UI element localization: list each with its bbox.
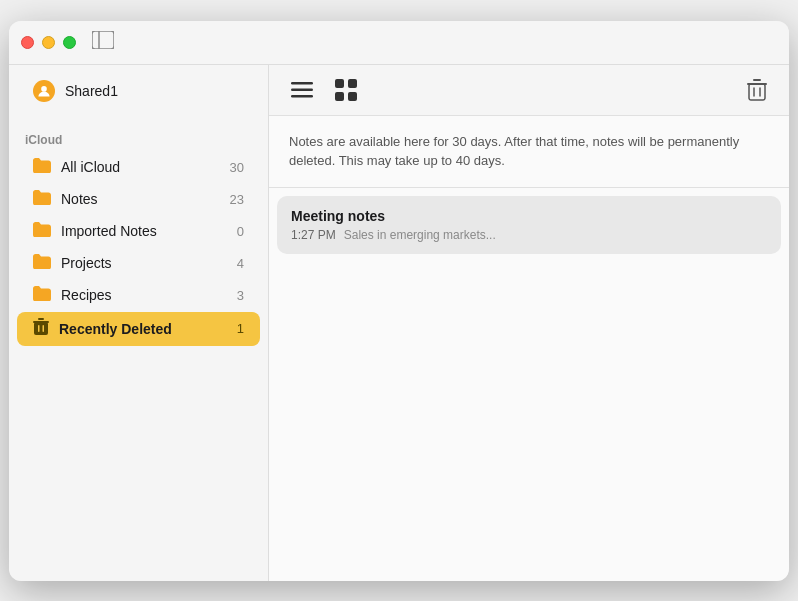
svg-rect-3 — [34, 322, 48, 335]
shared-icon — [33, 80, 55, 102]
folder-icon — [33, 190, 51, 209]
svg-rect-11 — [335, 79, 344, 88]
list-view-button[interactable] — [285, 75, 319, 105]
grid-view-button[interactable] — [329, 73, 363, 107]
sidebar-item-imported-notes[interactable]: Imported Notes 0 — [17, 216, 260, 247]
svg-rect-0 — [92, 31, 114, 49]
recently-deleted-label: Recently Deleted — [59, 321, 233, 337]
notes-count: 23 — [230, 192, 244, 207]
all-icloud-label: All iCloud — [61, 159, 226, 175]
sidebar-item-shared[interactable]: Shared 1 — [17, 74, 260, 108]
maximize-button[interactable] — [63, 36, 76, 49]
sidebar: Shared 1 iCloud All iCloud 30 — [9, 65, 269, 581]
shared-count: 1 — [110, 83, 118, 99]
svg-rect-4 — [33, 321, 49, 323]
note-preview: Sales in emerging markets... — [344, 228, 496, 242]
note-time: 1:27 PM — [291, 228, 336, 242]
svg-rect-10 — [291, 95, 313, 98]
svg-rect-13 — [335, 92, 344, 101]
trash-icon — [33, 318, 49, 340]
imported-notes-label: Imported Notes — [61, 223, 233, 239]
recipes-label: Recipes — [61, 287, 233, 303]
imported-notes-count: 0 — [237, 224, 244, 239]
traffic-lights — [21, 36, 76, 49]
svg-rect-15 — [749, 84, 765, 100]
sidebar-toggle-button[interactable] — [92, 31, 114, 54]
recently-deleted-count: 1 — [237, 321, 244, 336]
notes-list: Meeting notes 1:27 PM Sales in emerging … — [269, 188, 789, 581]
toolbar-left — [285, 73, 363, 107]
sidebar-icloud-section: iCloud All iCloud 30 — [9, 117, 268, 355]
svg-rect-6 — [38, 325, 40, 332]
folder-icon — [33, 158, 51, 177]
svg-rect-9 — [291, 88, 313, 91]
sidebar-item-all-icloud[interactable]: All iCloud 30 — [17, 152, 260, 183]
projects-count: 4 — [237, 256, 244, 271]
info-banner: Notes are available here for 30 days. Af… — [269, 116, 789, 188]
close-button[interactable] — [21, 36, 34, 49]
notes-label: Notes — [61, 191, 226, 207]
app-window: Shared 1 iCloud All iCloud 30 — [9, 21, 789, 581]
all-icloud-count: 30 — [230, 160, 244, 175]
content-area: Notes are available here for 30 days. Af… — [269, 65, 789, 581]
sidebar-shared-section: Shared 1 — [9, 65, 268, 117]
note-item[interactable]: Meeting notes 1:27 PM Sales in emerging … — [277, 196, 781, 254]
title-bar — [9, 21, 789, 65]
recipes-count: 3 — [237, 288, 244, 303]
shared-label: Shared — [65, 83, 110, 99]
svg-rect-8 — [291, 82, 313, 85]
sidebar-item-recipes[interactable]: Recipes 3 — [17, 280, 260, 311]
sidebar-item-projects[interactable]: Projects 4 — [17, 248, 260, 279]
svg-rect-17 — [753, 79, 761, 81]
note-title: Meeting notes — [291, 208, 767, 224]
folder-icon — [33, 254, 51, 273]
svg-rect-7 — [43, 325, 45, 332]
delete-button[interactable] — [741, 73, 773, 107]
svg-rect-14 — [348, 92, 357, 101]
svg-rect-12 — [348, 79, 357, 88]
minimize-button[interactable] — [42, 36, 55, 49]
svg-rect-16 — [747, 83, 767, 85]
folder-icon — [33, 286, 51, 305]
sidebar-item-notes[interactable]: Notes 23 — [17, 184, 260, 215]
info-text: Notes are available here for 30 days. Af… — [289, 134, 739, 169]
folder-icon — [33, 222, 51, 241]
icloud-section-label: iCloud — [9, 125, 268, 151]
projects-label: Projects — [61, 255, 233, 271]
sidebar-item-recently-deleted[interactable]: Recently Deleted 1 — [17, 312, 260, 346]
content-toolbar — [269, 65, 789, 116]
note-meta: 1:27 PM Sales in emerging markets... — [291, 228, 767, 242]
main-area: Shared 1 iCloud All iCloud 30 — [9, 65, 789, 581]
svg-point-2 — [41, 86, 47, 92]
svg-rect-5 — [38, 318, 44, 320]
